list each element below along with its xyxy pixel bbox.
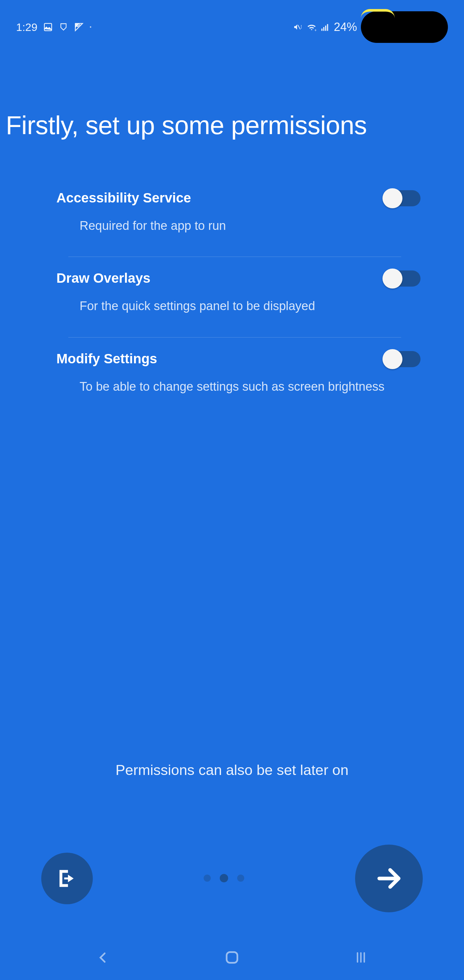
gallery-icon (43, 22, 53, 32)
arrow-right-icon (374, 864, 404, 893)
system-nav-bar (0, 935, 464, 980)
bottom-note: Permissions can also be set later on (0, 762, 464, 778)
status-time: 1:29 (16, 21, 37, 33)
system-home-button[interactable] (222, 948, 242, 967)
toggle-knob (383, 269, 402, 288)
page-title: Firstly, set up some permissions (0, 49, 464, 140)
toggle-accessibility[interactable] (383, 190, 421, 206)
system-back-button[interactable] (94, 948, 113, 967)
toggle-overlays[interactable] (383, 270, 421, 286)
permission-settings: Modify Settings To be able to change set… (0, 351, 464, 406)
home-icon (224, 950, 240, 966)
page-dots (203, 875, 244, 882)
page-dot (203, 875, 211, 882)
svg-rect-5 (323, 27, 324, 31)
toggle-settings[interactable] (383, 351, 421, 367)
permission-description: Required for the app to run (56, 218, 464, 234)
permission-overlays: Draw Overlays For the quick settings pan… (0, 270, 464, 325)
svg-line-1 (298, 25, 300, 29)
toggle-knob (383, 188, 402, 208)
exit-icon (56, 867, 78, 890)
shield-icon (59, 22, 68, 32)
permission-accessibility: Accessibility Service Required for the a… (0, 190, 464, 245)
svg-rect-7 (327, 24, 328, 31)
chevron-left-icon (97, 949, 110, 966)
recents-icon (353, 951, 369, 964)
status-bar-right: + 24% (293, 11, 448, 43)
toggle-knob (383, 349, 402, 369)
svg-rect-9 (227, 952, 237, 963)
dot-icon: • (90, 24, 92, 30)
signal-icon (320, 22, 330, 32)
divider (68, 337, 401, 337)
checkmark-icon (74, 22, 84, 32)
svg-rect-4 (321, 29, 323, 31)
mute-vibrate-icon (293, 22, 303, 32)
status-bar-left: 1:29 • (16, 21, 92, 33)
permissions-list: Accessibility Service Required for the a… (0, 140, 464, 406)
svg-rect-6 (325, 25, 326, 30)
svg-text:+: + (315, 28, 316, 32)
page-dot-active (220, 874, 228, 882)
permission-description: To be able to change settings such as sc… (56, 379, 464, 395)
wifi-icon: + (307, 22, 316, 32)
camera-cutout (361, 11, 448, 43)
permission-description: For the quick settings panel to be displ… (56, 298, 464, 314)
battery-percent: 24% (334, 20, 357, 34)
next-button[interactable] (355, 845, 423, 912)
exit-button[interactable] (41, 853, 93, 904)
status-bar: 1:29 • (0, 0, 464, 49)
system-recents-button[interactable] (351, 948, 370, 967)
nav-controls (0, 845, 464, 912)
page-dot (237, 875, 244, 882)
